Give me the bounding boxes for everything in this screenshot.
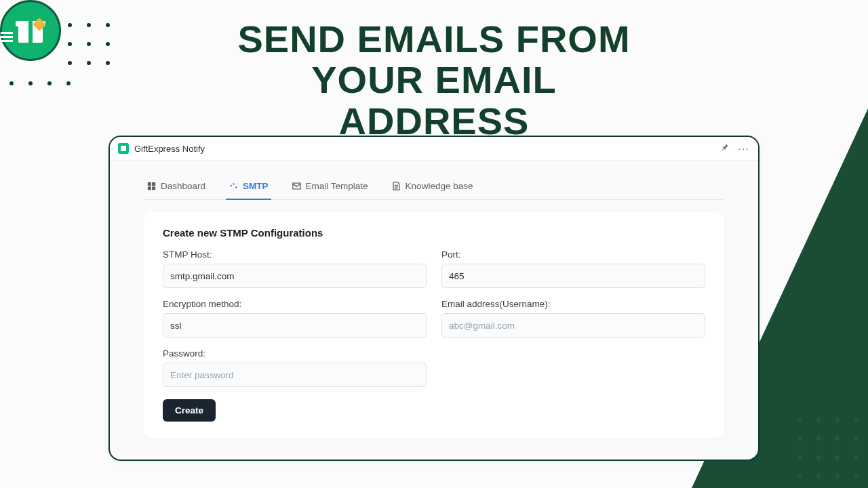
tab-label: Dashboard [161, 181, 205, 191]
app-icon [118, 143, 129, 154]
page-heading: Send emails from your email address [217, 19, 651, 142]
password-input[interactable] [163, 363, 427, 387]
tab-smtp[interactable]: SMTP [226, 174, 271, 199]
smtp-config-card: Create new STMP Configurations STMP Host… [144, 212, 724, 438]
encryption-label: Encryption method: [163, 299, 427, 309]
grid-icon [146, 181, 157, 191]
more-icon[interactable]: ··· [738, 143, 750, 154]
mail-icon [292, 181, 302, 191]
email-label: Email address(Username): [441, 299, 705, 309]
sliders-icon [229, 181, 239, 191]
window-titlebar: GiftExpress Notify ··· [110, 137, 758, 161]
app-window: GiftExpress Notify ··· Dashboard SMTP [108, 136, 760, 461]
app-logo [0, 0, 61, 61]
card-title: Create new STMP Configurations [163, 227, 705, 239]
create-button[interactable]: Create [163, 399, 216, 422]
app-title: GiftExpress Notify [134, 144, 205, 154]
dot-pattern [68, 23, 111, 66]
tab-label: SMTP [243, 181, 269, 191]
document-icon [391, 181, 401, 191]
port-input[interactable] [441, 264, 705, 288]
smtp-host-input[interactable] [163, 264, 427, 288]
pin-icon[interactable] [720, 142, 730, 155]
tab-knowledge-base[interactable]: Knowledge base [389, 174, 476, 199]
email-input[interactable] [441, 313, 705, 338]
smtp-host-label: STMP Host: [163, 249, 427, 260]
password-label: Password: [163, 348, 427, 359]
tab-label: Knowledge base [406, 181, 473, 191]
tab-dashboard[interactable]: Dashboard [144, 174, 208, 199]
encryption-input[interactable] [163, 313, 427, 338]
port-label: Port: [441, 249, 705, 260]
tabs: Dashboard SMTP Email Template Knowledge … [144, 169, 724, 200]
dot-pattern [797, 418, 860, 480]
tab-label: Email Template [306, 181, 368, 191]
dot-pattern [9, 81, 72, 87]
tab-email-template[interactable]: Email Template [289, 174, 371, 199]
